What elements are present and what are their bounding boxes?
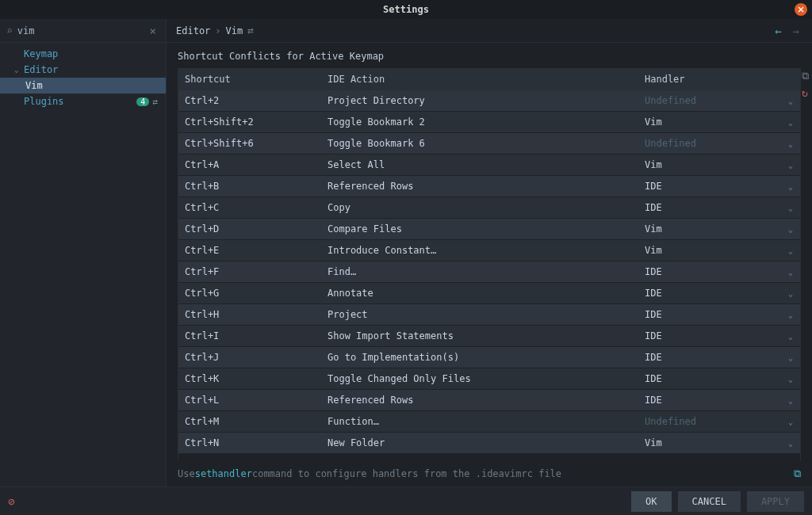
sidebar: ⌕ × Keymap ⌄ Editor Vim Plugins	[0, 19, 167, 486]
hint-keyword: sethandler	[195, 468, 252, 479]
chevron-down-icon[interactable]: ⌄	[781, 261, 800, 282]
cancel-button[interactable]: CANCEL	[678, 491, 741, 512]
table-row[interactable]: Ctrl+JGo to Implementation(s)IDE⌄	[178, 347, 800, 368]
cell-handler[interactable]: IDE	[638, 283, 781, 303]
tree-item-plugins[interactable]: Plugins 4 ⇄	[0, 93, 166, 109]
table-row[interactable]: Ctrl+2Project DirectoryUndefined⌄	[178, 90, 800, 112]
table-row[interactable]: Ctrl+HProjectIDE⌄	[178, 304, 800, 326]
nav-back-button[interactable]: ←	[772, 25, 784, 37]
section-title: Shortcut Conflicts for Active Keymap	[178, 51, 384, 62]
chevron-down-icon[interactable]: ⌄	[781, 390, 800, 410]
chevron-down-icon[interactable]: ⌄	[781, 368, 800, 389]
nav-forward-button[interactable]: →	[790, 25, 802, 37]
cell-handler[interactable]: IDE	[638, 261, 781, 282]
table-header: Shortcut IDE Action Handler	[178, 68, 801, 90]
window-title: Settings	[383, 4, 429, 15]
hint-pre: Use	[178, 468, 195, 479]
cell-handler[interactable]: Vim	[638, 219, 781, 239]
chevron-down-icon[interactable]: ⌄	[781, 176, 800, 196]
tree-item-editor[interactable]: ⌄ Editor	[0, 62, 166, 78]
tree-item-keymap[interactable]: Keymap	[0, 46, 166, 62]
chevron-down-icon[interactable]: ⌄	[781, 304, 800, 325]
cell-action: Toggle Changed Only Files	[321, 368, 638, 389]
cell-shortcut: Ctrl+J	[178, 347, 321, 368]
content-pane: Editor › Vim ⇄ ← → Shortcut Conflicts fo…	[167, 19, 812, 486]
table-body[interactable]: Ctrl+2Project DirectoryUndefined⌄Ctrl+Sh…	[178, 90, 801, 461]
cell-handler[interactable]: IDE	[638, 368, 781, 389]
table-row[interactable]: Ctrl+DCompare FilesVim⌄	[178, 219, 800, 240]
external-link-icon[interactable]: ⧉	[794, 467, 801, 480]
chevron-down-icon[interactable]: ⌄	[781, 112, 800, 132]
chevron-down-icon[interactable]: ⌄	[781, 219, 800, 239]
cell-action: New Folder	[321, 433, 638, 453]
error-indicator-icon[interactable]: ⊘	[8, 495, 14, 508]
cell-handler[interactable]: Undefined	[638, 411, 781, 432]
shortcut-table: ⧉ ↻ Shortcut IDE Action Handler Ctrl+2Pr…	[167, 68, 812, 461]
clear-search-button[interactable]: ×	[147, 25, 159, 37]
cell-handler[interactable]: IDE	[638, 304, 781, 325]
search-input[interactable]	[17, 25, 142, 36]
cell-handler[interactable]: Vim	[638, 433, 781, 453]
chevron-down-icon[interactable]: ⌄	[781, 326, 800, 346]
ok-button[interactable]: OK	[631, 491, 671, 512]
cell-action: Function…	[321, 411, 638, 432]
hint-bar: Use sethandler command to configure hand…	[167, 461, 812, 486]
table-row[interactable]: Ctrl+EIntroduce Constant…Vim⌄	[178, 240, 800, 261]
search-row: ⌕ ×	[0, 19, 166, 43]
cell-action: Copy	[321, 197, 638, 218]
chevron-down-icon[interactable]: ⌄	[781, 283, 800, 303]
cell-handler[interactable]: IDE	[638, 347, 781, 368]
reset-icon[interactable]: ⇄	[247, 25, 254, 36]
cell-handler[interactable]: Vim	[638, 240, 781, 261]
cell-handler[interactable]: Undefined	[638, 133, 781, 154]
chevron-down-icon[interactable]: ⌄	[781, 433, 800, 453]
tree-item-vim[interactable]: Vim	[0, 78, 166, 93]
cell-action: Referenced Rows	[321, 176, 638, 196]
cell-action: Introduce Constant…	[321, 240, 638, 261]
cell-shortcut: Ctrl+D	[178, 219, 321, 239]
breadcrumb-current: Vim	[226, 25, 243, 36]
cell-shortcut: Ctrl+M	[178, 411, 321, 432]
table-row[interactable]: Ctrl+CCopyIDE⌄	[178, 197, 800, 219]
close-button[interactable]	[795, 3, 807, 16]
cell-handler[interactable]: Vim	[638, 154, 781, 175]
breadcrumb-parent[interactable]: Editor	[176, 25, 210, 36]
chevron-down-icon[interactable]: ⌄	[781, 154, 800, 175]
chevron-down-icon[interactable]: ⌄	[781, 133, 800, 154]
chevron-down-icon[interactable]: ⌄	[781, 240, 800, 261]
cell-handler[interactable]: Vim	[638, 112, 781, 132]
col-handler: Handler	[638, 69, 781, 90]
cell-shortcut: Ctrl+F	[178, 261, 321, 282]
table-row[interactable]: Ctrl+MFunction…Undefined⌄	[178, 411, 800, 433]
cell-handler[interactable]: IDE	[638, 390, 781, 410]
apply-button[interactable]: APPLY	[747, 491, 804, 512]
tree-label: Keymap	[24, 48, 158, 59]
cell-action: Toggle Bookmark 2	[321, 112, 638, 132]
table-row[interactable]: Ctrl+BReferenced RowsIDE⌄	[178, 176, 800, 197]
cell-handler[interactable]: IDE	[638, 326, 781, 346]
cell-handler[interactable]: Undefined	[638, 90, 781, 111]
cell-handler[interactable]: IDE	[638, 197, 781, 218]
cell-handler[interactable]: IDE	[638, 176, 781, 196]
table-row[interactable]: Ctrl+Shift+6Toggle Bookmark 6Undefined⌄	[178, 133, 800, 154]
titlebar: Settings	[0, 0, 812, 19]
cell-shortcut: Ctrl+H	[178, 304, 321, 325]
chevron-down-icon[interactable]: ⌄	[781, 347, 800, 368]
cell-shortcut: Ctrl+I	[178, 326, 321, 346]
table-row[interactable]: Ctrl+FFind…IDE⌄	[178, 261, 800, 283]
refresh-icon[interactable]: ↻	[802, 87, 808, 99]
table-row[interactable]: Ctrl+IShow Import StatementsIDE⌄	[178, 326, 800, 347]
chevron-down-icon[interactable]: ⌄	[781, 197, 800, 218]
cell-action: Toggle Bookmark 6	[321, 133, 638, 154]
table-row[interactable]: Ctrl+ASelect AllVim⌄	[178, 154, 800, 176]
cell-action: Show Import Statements	[321, 326, 638, 346]
copy-icon[interactable]: ⧉	[802, 70, 809, 82]
table-row[interactable]: Ctrl+LReferenced RowsIDE⌄	[178, 390, 800, 411]
table-row[interactable]: Ctrl+KToggle Changed Only FilesIDE⌄	[178, 368, 800, 390]
reset-icon[interactable]: ⇄	[152, 97, 158, 107]
chevron-down-icon[interactable]: ⌄	[781, 411, 800, 432]
table-row[interactable]: Ctrl+GAnnotateIDE⌄	[178, 283, 800, 304]
table-toolbar: ⧉ ↻	[798, 68, 812, 99]
table-row[interactable]: Ctrl+NNew FolderVim⌄	[178, 433, 800, 454]
table-row[interactable]: Ctrl+Shift+2Toggle Bookmark 2Vim⌄	[178, 112, 800, 133]
